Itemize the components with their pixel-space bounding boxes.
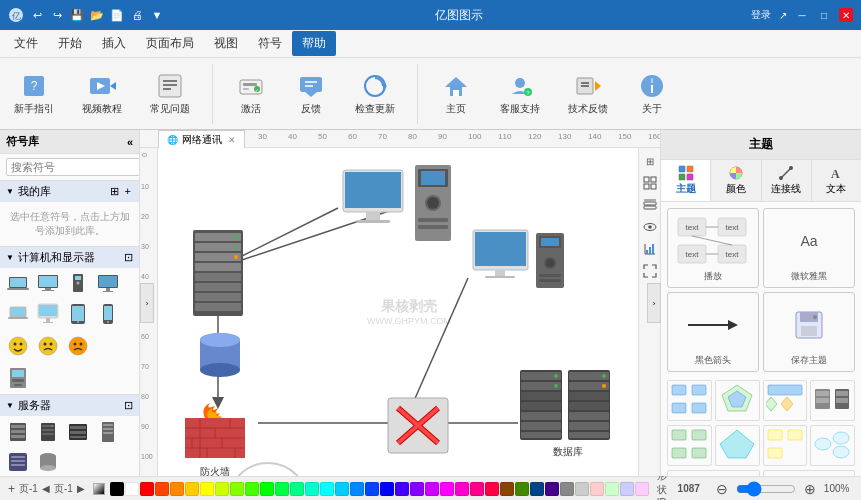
login-link[interactable]: 登录 xyxy=(751,8,771,22)
ribbon-service[interactable]: ? 客服支持 xyxy=(494,68,546,120)
diagram-tab-item[interactable]: 🌐 网络通讯 ✕ xyxy=(158,130,245,148)
color-swatch[interactable] xyxy=(560,482,574,496)
flow-teal-2[interactable] xyxy=(763,470,856,476)
symbol-server3[interactable] xyxy=(64,418,92,446)
symbol-server4[interactable] xyxy=(94,418,122,446)
color-swatch[interactable] xyxy=(395,482,409,496)
flow-preview-4[interactable] xyxy=(810,380,855,421)
menu-view[interactable]: 视图 xyxy=(204,31,248,56)
symbol-imac[interactable] xyxy=(34,300,62,328)
color-swatch[interactable] xyxy=(590,482,604,496)
ribbon-about[interactable]: i 关于 xyxy=(630,68,674,120)
symbol-macbook[interactable] xyxy=(4,300,32,328)
computers-more-icon[interactable]: ⊡ xyxy=(124,251,133,264)
cylinder-device[interactable] xyxy=(190,328,250,383)
tab-connector[interactable]: 连接线 xyxy=(762,160,812,201)
plus-icon[interactable]: ⊕ xyxy=(804,481,816,497)
flow-preview-8[interactable] xyxy=(810,425,855,466)
zoom-slider[interactable] xyxy=(736,485,796,493)
computers-header[interactable]: ▼ 计算机和显示器 ⊡ xyxy=(0,247,139,268)
nav-left-icon[interactable]: ◀ xyxy=(42,483,50,494)
color-picker-icon[interactable] xyxy=(93,483,105,495)
share-icon[interactable]: ↗ xyxy=(779,10,787,21)
my-library-header[interactable]: ▼ 我的库 ⊞ + xyxy=(0,181,139,202)
server-rack-device[interactable] xyxy=(183,228,253,318)
menu-help[interactable]: 帮助 xyxy=(292,31,336,56)
menu-page-layout[interactable]: 页面布局 xyxy=(136,31,204,56)
symbol-smiley3[interactable] xyxy=(64,332,92,360)
symbol-tower[interactable] xyxy=(64,270,92,298)
ribbon-video[interactable]: 视频教程 xyxy=(76,68,128,120)
ribbon-update[interactable]: 检查更新 xyxy=(349,68,401,120)
maximize-button[interactable]: □ xyxy=(817,8,831,22)
color-swatch[interactable] xyxy=(530,482,544,496)
symbol-atm[interactable] xyxy=(4,364,32,392)
fullscreen-icon[interactable] xyxy=(641,262,659,280)
ribbon-activate[interactable]: ✓ 激活 xyxy=(229,68,273,120)
symbol-desktop[interactable] xyxy=(34,270,62,298)
undo-icon[interactable]: ↩ xyxy=(28,6,46,24)
symbol-tablet[interactable] xyxy=(64,300,92,328)
switch-device[interactable] xyxy=(383,393,453,458)
menu-insert[interactable]: 插入 xyxy=(92,31,136,56)
new-icon[interactable]: 📄 xyxy=(108,6,126,24)
expand-icon[interactable]: ⊞ xyxy=(641,152,659,170)
servers-header[interactable]: ▼ 服务器 ⊡ xyxy=(0,395,139,416)
flow-preview-2[interactable] xyxy=(715,380,760,421)
add-page-icon[interactable]: + xyxy=(8,482,15,496)
color-swatch[interactable] xyxy=(140,482,154,496)
color-swatch[interactable] xyxy=(200,482,214,496)
color-swatch[interactable] xyxy=(425,482,439,496)
color-swatch[interactable] xyxy=(485,482,499,496)
symbol-server2[interactable] xyxy=(34,418,62,446)
color-swatch[interactable] xyxy=(410,482,424,496)
ribbon-new-guide[interactable]: ? 新手指引 xyxy=(8,68,60,120)
color-swatch[interactable] xyxy=(305,482,319,496)
color-swatch[interactable] xyxy=(470,482,484,496)
theme-black-arrow[interactable]: 黑色箭头 xyxy=(667,292,759,372)
color-swatch[interactable] xyxy=(110,482,124,496)
servers-more-icon[interactable]: ⊡ xyxy=(124,399,133,412)
color-swatch[interactable] xyxy=(440,482,454,496)
color-swatch[interactable] xyxy=(515,482,529,496)
color-swatch[interactable] xyxy=(350,482,364,496)
color-swatch[interactable] xyxy=(230,482,244,496)
flow-preview-1[interactable] xyxy=(667,380,712,421)
left-panel-collapse[interactable]: › xyxy=(140,283,154,323)
color-swatch[interactable] xyxy=(500,482,514,496)
my-library-add-icon[interactable]: + xyxy=(123,185,133,198)
color-swatch[interactable] xyxy=(185,482,199,496)
right-panel-collapse[interactable]: › xyxy=(647,283,661,323)
symbol-monitor[interactable] xyxy=(94,270,122,298)
ribbon-home[interactable]: 主页 xyxy=(434,68,478,120)
color-swatch[interactable] xyxy=(575,482,589,496)
flow-preview-5[interactable] xyxy=(667,425,712,466)
grid-icon[interactable] xyxy=(641,174,659,192)
tower-device[interactable] xyxy=(408,163,458,243)
theme-save[interactable]: 保存主题 xyxy=(763,292,855,372)
theme-playback[interactable]: text text text text 播放 xyxy=(667,208,759,288)
eye-icon[interactable] xyxy=(641,218,659,236)
flow-preview-3[interactable] xyxy=(763,380,808,421)
symbol-smiley1[interactable] xyxy=(4,332,32,360)
minus-icon[interactable]: ⊖ xyxy=(716,481,728,497)
color-swatch[interactable] xyxy=(260,482,274,496)
menu-symbol[interactable]: 符号 xyxy=(248,31,292,56)
flow-preview-7[interactable] xyxy=(763,425,808,466)
tab-text[interactable]: A 文本 xyxy=(812,160,861,201)
symbol-server5[interactable] xyxy=(4,448,32,476)
database-rack-device[interactable]: 数据库 xyxy=(518,368,618,459)
color-swatch[interactable] xyxy=(215,482,229,496)
my-library-new-icon[interactable]: ⊞ xyxy=(108,185,121,198)
color-swatch[interactable] xyxy=(335,482,349,496)
tab-theme[interactable]: 主题 xyxy=(661,160,711,201)
color-swatch[interactable] xyxy=(245,482,259,496)
nav-right-icon[interactable]: ▶ xyxy=(77,483,85,494)
theme-soft[interactable]: Aa 微软雅黑 xyxy=(763,208,855,288)
color-swatch[interactable] xyxy=(455,482,469,496)
ribbon-faq[interactable]: 常见问题 xyxy=(144,68,196,120)
symbol-server1[interactable] xyxy=(4,418,32,446)
chart-icon[interactable] xyxy=(641,240,659,258)
minimize-button[interactable]: ─ xyxy=(795,8,809,22)
layers-icon[interactable] xyxy=(641,196,659,214)
